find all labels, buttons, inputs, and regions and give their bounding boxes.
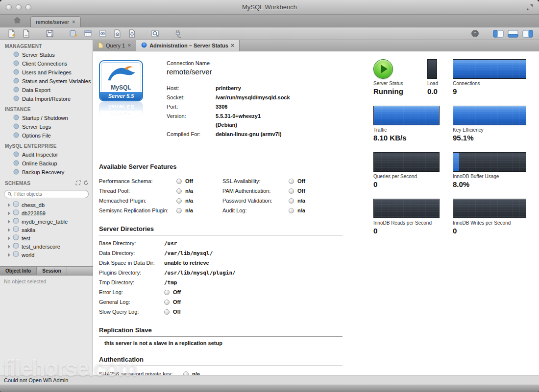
directory-value: /usr bbox=[164, 240, 177, 247]
schema-item[interactable]: chess_db bbox=[0, 201, 93, 209]
save-script-icon[interactable] bbox=[43, 28, 56, 39]
schema-filter[interactable] bbox=[4, 190, 89, 198]
gauge-label: Load bbox=[427, 81, 444, 86]
schema-item[interactable]: mydb_merge_table bbox=[0, 217, 93, 226]
home-tab[interactable] bbox=[7, 15, 27, 27]
schema-filter-input[interactable] bbox=[14, 191, 85, 197]
management-section-header: MANAGEMENT bbox=[0, 40, 93, 50]
tab-session[interactable]: Session bbox=[37, 267, 67, 275]
schema-item[interactable]: test bbox=[0, 234, 93, 242]
sidebar-item-icon bbox=[13, 115, 19, 121]
gauge-label: Key Efficiency bbox=[453, 127, 526, 133]
tab-remote-server[interactable]: remote/server × bbox=[30, 16, 81, 27]
schema-item[interactable]: test_underscore bbox=[0, 242, 93, 251]
connections-gauge: Connections 9 bbox=[453, 59, 526, 95]
sidebar-item[interactable]: Audit Inspector bbox=[0, 150, 93, 159]
database-icon bbox=[13, 201, 19, 208]
sidebar-item[interactable]: Data Export bbox=[0, 86, 93, 94]
sidebar-item-label: Data Import/Restore bbox=[22, 96, 71, 102]
toggle-output-area-icon[interactable] bbox=[507, 28, 519, 39]
status-indicator-icon bbox=[176, 208, 182, 213]
tab-query-1[interactable]: Query 1 × bbox=[93, 40, 136, 51]
disclosure-triangle-icon[interactable] bbox=[8, 220, 10, 224]
directories-rows: Base Directory: /usr Data Directory: /va… bbox=[99, 238, 343, 317]
disclosure-triangle-icon[interactable] bbox=[8, 236, 10, 240]
innodb-writes-gauge: InnoDB Writes per Second 0 bbox=[453, 199, 526, 235]
expand-schemas-icon[interactable] bbox=[75, 180, 81, 186]
gauge-label: Server Status bbox=[373, 81, 403, 86]
feature-label: Memcached Plugin: bbox=[99, 198, 176, 204]
sidebar-item-label: Startup / Shutdown bbox=[22, 115, 68, 121]
refresh-schemas-icon[interactable] bbox=[83, 180, 89, 186]
close-window-button[interactable] bbox=[6, 4, 12, 10]
section-title: Available Server Features bbox=[99, 163, 343, 173]
queries-graph bbox=[373, 152, 440, 172]
mysql-server-logo: MySQL Server 5.5 bbox=[99, 60, 143, 101]
feature-row: Password Validation: n/a bbox=[222, 196, 305, 206]
close-icon[interactable]: × bbox=[127, 43, 131, 48]
toggle-right-sidebar-icon[interactable] bbox=[521, 28, 534, 39]
disclosure-triangle-icon[interactable] bbox=[8, 211, 10, 215]
sidebar-item[interactable]: Status and System Variables bbox=[0, 77, 93, 86]
tab-object-info[interactable]: Object Info bbox=[0, 267, 37, 275]
search-icon bbox=[7, 190, 12, 199]
reconnect-server-icon[interactable] bbox=[172, 28, 185, 39]
sidebar-item[interactable]: Startup / Shutdown bbox=[0, 114, 93, 122]
traffic-gauge: Traffic 8.10 KB/s bbox=[373, 106, 448, 142]
tab-administration-server-status[interactable]: Administration – Server Status × bbox=[136, 40, 240, 51]
feature-row: Thread Pool: n/a bbox=[99, 186, 222, 196]
feature-value: Off bbox=[185, 178, 193, 184]
notifications-icon[interactable] bbox=[468, 28, 481, 39]
schema-name: sakila bbox=[22, 227, 35, 233]
sidebar-item-icon bbox=[13, 60, 19, 67]
sidebar-item[interactable]: Client Connections bbox=[0, 59, 93, 68]
schema-name: chess_db bbox=[22, 202, 45, 208]
toggle-left-sidebar-icon[interactable] bbox=[492, 28, 505, 39]
database-icon bbox=[13, 234, 19, 242]
open-sql-script-icon[interactable] bbox=[20, 28, 32, 39]
sidebar-item[interactable]: Data Import/Restore bbox=[0, 94, 93, 103]
schema-name: db223859 bbox=[22, 210, 46, 216]
schema-item[interactable]: world bbox=[0, 251, 93, 259]
minimize-window-button[interactable] bbox=[16, 4, 22, 10]
sidebar-item[interactable]: Server Logs bbox=[0, 122, 93, 131]
queries-per-second-gauge: Queries per Second 0 bbox=[373, 152, 448, 188]
create-schema-icon[interactable] bbox=[67, 28, 79, 39]
server-status-page: Server Status Running Load 0.0 Conn bbox=[93, 51, 539, 375]
connection-info: Connection Name remote/server Host: prin… bbox=[167, 60, 290, 153]
sidebar-item[interactable]: Backup Recovery bbox=[0, 168, 93, 177]
sidebar-item-icon bbox=[13, 169, 19, 176]
field-value: printberry bbox=[216, 84, 241, 92]
close-icon[interactable]: × bbox=[72, 20, 75, 24]
disclosure-triangle-icon[interactable] bbox=[8, 203, 10, 207]
sidebar-item[interactable]: Users and Privileges bbox=[0, 68, 93, 77]
create-function-icon[interactable] bbox=[125, 28, 138, 39]
sidebar-item[interactable]: Online Backup bbox=[0, 159, 93, 168]
directory-value: /var/lib/mysql/ bbox=[164, 250, 213, 256]
disclosure-triangle-icon[interactable] bbox=[8, 253, 10, 257]
logo-reflection: MySQL Server 5.5 bbox=[99, 101, 148, 119]
new-query-tab-icon[interactable] bbox=[5, 28, 18, 39]
schema-item[interactable]: db223859 bbox=[0, 209, 93, 217]
fullscreen-icon[interactable] bbox=[525, 3, 534, 12]
database-icon bbox=[13, 209, 19, 217]
sidebar-item-icon bbox=[13, 123, 19, 130]
sidebar-item[interactable]: Server Status bbox=[0, 50, 93, 59]
close-icon[interactable]: × bbox=[231, 43, 234, 48]
disclosure-triangle-icon[interactable] bbox=[8, 228, 10, 232]
status-bar: Could not Open WB Admin bbox=[0, 375, 539, 385]
create-procedure-icon[interactable] bbox=[111, 28, 123, 39]
zoom-window-button[interactable] bbox=[25, 4, 31, 10]
create-view-icon[interactable] bbox=[96, 28, 109, 39]
create-table-icon[interactable] bbox=[81, 28, 94, 39]
search-data-icon[interactable] bbox=[149, 28, 162, 39]
connection-fields: Host: printberry Socket: /var/run/mysqld… bbox=[167, 84, 290, 138]
field-label: Compiled For: bbox=[167, 130, 216, 138]
feature-label: PAM Authentication: bbox=[222, 188, 289, 194]
section-server-directories: Server Directories Base Directory: /usr … bbox=[99, 225, 343, 317]
schema-item[interactable]: sakila bbox=[0, 226, 93, 234]
disclosure-triangle-icon[interactable] bbox=[8, 245, 10, 249]
gauge-label: InnoDB Reads per Second bbox=[373, 220, 448, 226]
schema-name: mydb_merge_table bbox=[22, 219, 68, 225]
sidebar-item[interactable]: Options File bbox=[0, 131, 93, 140]
